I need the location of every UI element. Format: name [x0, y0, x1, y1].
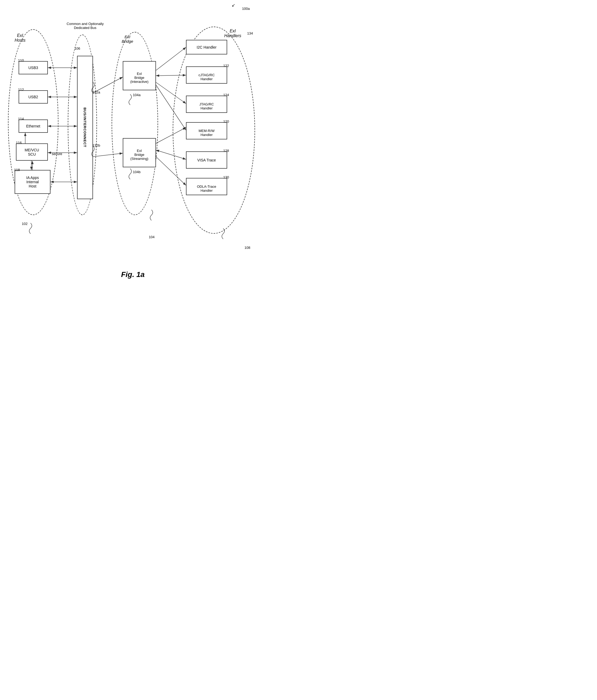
- ref-130: 130: [223, 175, 229, 179]
- ref-102: 102: [22, 222, 28, 226]
- label-secure: secure: [52, 152, 62, 156]
- ref-134: 134: [247, 31, 253, 35]
- diagram: 100a ↙ ExI Hosts Common and OptionallyDe…: [0, 0, 266, 292]
- label-exl-hosts: ExI Hosts: [15, 33, 25, 43]
- ref-120: 120: [223, 120, 229, 124]
- box-ia-apps: IA Apps Internal Host: [15, 170, 50, 194]
- ref-114: 114: [18, 117, 24, 121]
- label-exl-bridge: ExIBridge: [122, 34, 133, 44]
- ref-108: 108: [244, 246, 250, 250]
- ref-104: 104: [149, 235, 154, 239]
- ref-118: 118: [14, 168, 20, 172]
- box-mevcu: ME/VCU SCU: [16, 143, 48, 161]
- box-bus-interconnect: BUS/INTERCONNECT: [77, 56, 93, 199]
- ref-122: 122: [223, 64, 229, 68]
- ref-124: 124: [223, 93, 229, 97]
- box-usb3: USB3: [19, 61, 48, 74]
- box-jtag-handler: JTAG/RCHandler: [186, 96, 227, 113]
- ellipse-exl-bridge: [112, 32, 158, 215]
- ref-116: 116: [16, 141, 22, 145]
- fig-label: Fig. 1a: [121, 270, 145, 279]
- box-ethernet: Ethernet: [19, 120, 48, 133]
- ref-100a: 100a: [242, 7, 250, 10]
- ref-110: 110: [18, 58, 24, 62]
- arrow-100a: ↙: [232, 3, 235, 8]
- box-memrw-handler: MEM-R/WHandler: [186, 122, 227, 140]
- ref-104a: 104a: [133, 93, 141, 97]
- box-odla-handler: ODLA-TraceHandler: [186, 178, 227, 195]
- ref-132a: 132a: [93, 90, 100, 94]
- label-exl-handlers: ExIHandlers: [224, 29, 241, 38]
- ref-104b: 104b: [133, 170, 141, 174]
- ref-132b: 132b: [93, 143, 100, 147]
- ref-128: 128: [223, 149, 229, 153]
- box-cjtag-handler: cJTAG/RCHandler: [186, 67, 227, 84]
- box-visa-trace: VISA Trace: [186, 151, 227, 169]
- box-usb2: USB2: [19, 90, 48, 104]
- ref-112: 112: [18, 88, 24, 92]
- label-common-bus: Common and OptionallyDedicated Bus: [66, 22, 104, 30]
- ref-106: 106: [74, 47, 80, 50]
- box-i2c-handler: I2C Handler: [186, 40, 227, 54]
- box-bridge-interactive: ExIBridge(Interactive): [123, 61, 156, 90]
- box-bridge-streaming: ExIBridge(Streaming): [123, 138, 156, 167]
